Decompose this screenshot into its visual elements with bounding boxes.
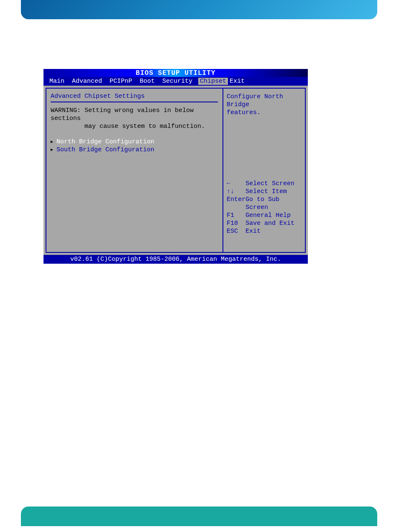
help-key-row: F10 Save and Exit — [227, 219, 302, 227]
option-label: North Bridge Configuration — [56, 138, 154, 146]
menu-tab-advanced[interactable]: Advanced — [70, 78, 108, 85]
help-key-desc: Save and Exit — [246, 219, 294, 227]
help-key-desc: General Help — [246, 211, 291, 219]
help-key-row: ESC Exit — [227, 227, 302, 235]
bios-left-panel: Advanced Chipset Settings WARNING: Setti… — [46, 88, 223, 253]
bios-menu-bar: Main Advanced PCIPnP Boot Security Chips… — [43, 77, 308, 86]
warning-label: WARNING: — [51, 107, 81, 114]
help-key-row: ← Select Screen — [227, 180, 302, 188]
help-key-desc: Exit — [246, 227, 261, 235]
spacer — [227, 117, 302, 180]
help-description: Configure North Bridge features. — [227, 93, 302, 117]
help-key: ← — [227, 180, 246, 188]
menu-tab-boot[interactable]: Boot — [138, 78, 161, 85]
bottom-banner — [21, 507, 377, 526]
help-keys: ← Select Screen ↑↓ Select Item Enter Go … — [227, 180, 302, 235]
menu-tab-chipset[interactable]: Chipset — [198, 78, 228, 85]
menu-tab-security[interactable]: Security — [161, 78, 198, 85]
bios-body: Advanced Chipset Settings WARNING: Setti… — [43, 86, 308, 255]
help-key-row: Enter Go to Sub Screen — [227, 196, 302, 211]
help-desc-line1: Configure North Bridge — [227, 93, 302, 109]
option-north-bridge[interactable]: ▶ North Bridge Configuration — [51, 138, 218, 146]
triangle-icon: ▶ — [51, 138, 53, 146]
warning-text: WARNING: Setting wrong values in below s… — [51, 107, 218, 130]
help-key: ESC — [227, 227, 246, 235]
warning-line2: may cause system to malfunction. — [84, 123, 205, 130]
help-desc-line2: features. — [227, 109, 302, 117]
help-key: F1 — [227, 211, 246, 219]
help-key-row: F1 General Help — [227, 211, 302, 219]
bios-footer: v02.61 (C)Copyright 1985-2006, American … — [43, 255, 308, 264]
help-key-desc: Select Screen — [246, 180, 294, 188]
help-key: ↑↓ — [227, 188, 246, 196]
help-key: Enter — [227, 196, 246, 211]
option-label: South Bridge Configuration — [56, 146, 154, 154]
bios-title: BIOS SETUP UTILITY — [43, 69, 308, 77]
triangle-icon: ▶ — [51, 146, 53, 154]
help-key-desc: Go to Sub Screen — [246, 196, 302, 211]
bios-right-panel: Configure North Bridge features. ← Selec… — [223, 88, 306, 253]
bios-window: BIOS SETUP UTILITY Main Advanced PCIPnP … — [43, 69, 308, 264]
chipset-heading: Advanced Chipset Settings — [51, 93, 218, 100]
help-key-desc: Select Item — [246, 188, 287, 196]
top-banner — [21, 0, 377, 19]
divider — [51, 102, 218, 102]
menu-tab-main[interactable]: Main — [48, 78, 70, 85]
menu-tab-exit[interactable]: Exit — [228, 78, 251, 85]
menu-tab-pcipnp[interactable]: PCIPnP — [108, 78, 138, 85]
help-key: F10 — [227, 219, 246, 227]
option-south-bridge[interactable]: ▶ South Bridge Configuration — [51, 146, 218, 154]
help-key-row: ↑↓ Select Item — [227, 188, 302, 196]
